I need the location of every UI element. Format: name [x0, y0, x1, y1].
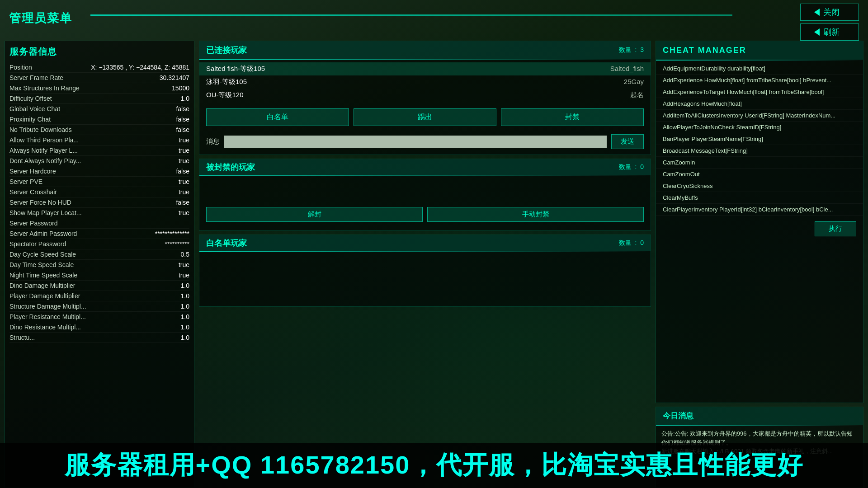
- right-panel: CHEAT MANAGER AddEquipmentDurability dur…: [656, 41, 863, 488]
- info-value: 0.5: [135, 251, 189, 258]
- player-id: 起名: [630, 91, 644, 99]
- info-label: Structure Damage Multipl...: [9, 303, 135, 310]
- cheat-list: AddEquipmentDurability durability[float]…: [656, 61, 863, 218]
- info-label: Always Notify Player L...: [9, 147, 135, 154]
- whitelist-empty: [199, 252, 651, 279]
- close-button[interactable]: 关闭: [800, 4, 859, 21]
- cheat-item[interactable]: AddHexagons HowMuch[float]: [656, 98, 863, 110]
- info-value: [135, 220, 189, 227]
- info-label: Player Resistance Multipl...: [9, 313, 135, 320]
- player-action-buttons: 白名单 踢出 封禁: [199, 104, 651, 131]
- info-value: false: [135, 116, 189, 123]
- unban-buttons: 解封 手动封禁: [199, 203, 651, 225]
- server-info-row: Dino Resistance Multipl... 1.0: [9, 322, 189, 333]
- server-info-panel: 服务器信息 Position X: −133565 , Y: −244584, …: [5, 41, 194, 488]
- info-value: true: [135, 209, 189, 216]
- info-value: true: [135, 147, 189, 154]
- info-label: Server Admin Password: [9, 230, 135, 237]
- info-label: Server Force No HUD: [9, 199, 135, 206]
- banned-players-section: 被封禁的玩家 数量 : 0 解封 手动封禁: [199, 159, 651, 231]
- cheat-item[interactable]: CamZoomIn: [656, 157, 863, 169]
- server-info-row: Structu... 1.0: [9, 333, 189, 343]
- server-info-row: Dont Always Notify Play... true: [9, 156, 189, 166]
- connected-players-title: 已连接玩家: [206, 45, 247, 56]
- info-label: Spectator Password: [9, 240, 135, 248]
- info-value: false: [135, 168, 189, 175]
- message-input[interactable]: [224, 136, 607, 148]
- execute-button[interactable]: 执行: [815, 221, 856, 236]
- cheat-item[interactable]: BanPlayer PlayerSteamName[FString]: [656, 133, 863, 145]
- server-info-row: Day Cycle Speed Scale 0.5: [9, 249, 189, 260]
- server-info-row: Server Force No HUD false: [9, 197, 189, 208]
- info-value: X: −133565 , Y: −244584, Z: 45881: [91, 64, 189, 71]
- server-info-row: Dino Damage Multiplier 1.0: [9, 281, 189, 291]
- info-value: true: [135, 188, 189, 196]
- server-info-row: Proximity Chat false: [9, 114, 189, 125]
- server-info-row: Server PVE true: [9, 177, 189, 187]
- server-info-row: Player Resistance Multipl... 1.0: [9, 312, 189, 322]
- message-row: 消息 发送: [199, 131, 651, 155]
- info-label: Day Cycle Speed Scale: [9, 251, 135, 258]
- server-info-row: Global Voice Chat false: [9, 104, 189, 114]
- cheat-item[interactable]: AddEquipmentDurability durability[float]: [656, 63, 863, 75]
- middle-panel: 已连接玩家 数量 : 3 Salted fish-等级105 Salted_fi…: [194, 41, 656, 488]
- execute-row: 执行: [656, 218, 863, 240]
- info-label: Day Time Speed Scale: [9, 261, 135, 268]
- banned-players-header: 被封禁的玩家 数量 : 0: [199, 159, 651, 175]
- player-row[interactable]: OU-等级120 起名: [199, 89, 651, 102]
- cheat-item[interactable]: Broadcast MessageText[FString]: [656, 145, 863, 157]
- cheat-item[interactable]: ClearPlayerInventory PlayerId[int32] bCl…: [656, 204, 863, 216]
- unban-button[interactable]: 解封: [206, 207, 423, 222]
- info-value: **********: [135, 240, 189, 248]
- server-info-row: Allow Third Person Pla... true: [9, 135, 189, 145]
- info-label: Dino Resistance Multipl...: [9, 324, 135, 331]
- refresh-button[interactable]: 刷新: [800, 23, 859, 41]
- server-info-row: No Tribute Downloads false: [9, 125, 189, 135]
- server-info-rows: Position X: −133565 , Y: −244584, Z: 458…: [9, 62, 189, 343]
- server-info-row: Structure Damage Multipl... 1.0: [9, 301, 189, 312]
- banned-players-count: 数量 : 0: [619, 163, 644, 171]
- server-info-row: Server Frame Rate 30.321407: [9, 73, 189, 83]
- info-value: 30.321407: [135, 74, 189, 81]
- info-value: 1.0: [135, 292, 189, 300]
- info-label: No Tribute Downloads: [9, 126, 135, 133]
- info-label: Difficulty Offset: [9, 95, 135, 102]
- info-value: true: [135, 178, 189, 185]
- info-label: Server Hardcore: [9, 168, 135, 175]
- refresh-icon: [814, 28, 820, 36]
- cheat-item[interactable]: ClearMyBuffs: [656, 192, 863, 204]
- info-value: true: [135, 136, 189, 144]
- info-value: **************: [135, 230, 189, 237]
- cheat-item[interactable]: AddItemToAllClustersInventory UserId[FSt…: [656, 110, 863, 122]
- info-value: 1.0: [135, 95, 189, 102]
- info-value: false: [135, 199, 189, 206]
- info-label: Max Structures In Range: [9, 84, 135, 92]
- server-info-row: Spectator Password **********: [9, 239, 189, 249]
- close-icon: [814, 9, 820, 16]
- cheat-item[interactable]: ClearCryoSickness: [656, 180, 863, 192]
- whitelist-count: 数量 : 0: [619, 239, 644, 247]
- kick-button[interactable]: 踢出: [354, 108, 496, 126]
- player-name: Salted fish-等级105: [206, 65, 265, 73]
- info-label: Proximity Chat: [9, 116, 135, 123]
- cheat-item[interactable]: AllowPlayerToJoinNoCheck SteamID[FString…: [656, 122, 863, 133]
- top-buttons: 关闭 刷新: [800, 4, 859, 41]
- connected-players-section: 已连接玩家 数量 : 3 Salted fish-等级105 Salted_fi…: [199, 41, 651, 155]
- player-row[interactable]: Salted fish-等级105 Salted_fish: [199, 62, 651, 75]
- today-message-title: 今日消息: [663, 412, 693, 420]
- send-button[interactable]: 发送: [611, 134, 644, 149]
- banner-text: 服务器租用+QQ 1165782150，代开服，比淘宝实惠且性能更好: [65, 448, 804, 483]
- whitelist-button[interactable]: 白名单: [206, 108, 349, 126]
- info-value: 1.0: [135, 324, 189, 331]
- server-info-row: Position X: −133565 , Y: −244584, Z: 458…: [9, 62, 189, 73]
- player-row[interactable]: 泳羽-等级105 25Gay: [199, 75, 651, 89]
- info-value: false: [135, 126, 189, 133]
- manual-ban-button[interactable]: 手动封禁: [427, 207, 644, 222]
- cheat-item[interactable]: AddExperienceToTarget HowMuch[float] fro…: [656, 86, 863, 98]
- cheat-item[interactable]: AddExperience HowMuch[float] fromTribeSh…: [656, 75, 863, 86]
- server-info-title: 服务器信息: [9, 46, 189, 58]
- cheat-item[interactable]: CamZoomOut: [656, 169, 863, 180]
- ban-button[interactable]: 封禁: [501, 108, 644, 126]
- info-value: 1.0: [135, 282, 189, 289]
- cheat-manager-header: CHEAT MANAGER: [656, 41, 863, 60]
